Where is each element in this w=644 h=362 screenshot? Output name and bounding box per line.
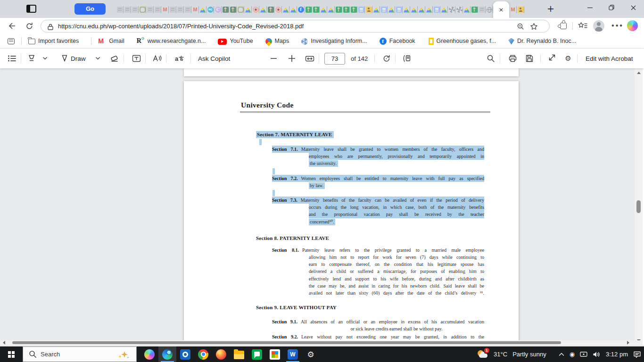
browser-tab[interactable]: [139, 1, 146, 18]
browser-tab[interactable]: [274, 1, 282, 18]
browser-tab[interactable]: [440, 1, 448, 18]
translate-button[interactable]: a: [173, 54, 187, 63]
back-button[interactable]: [7, 21, 16, 31]
favorite-item[interactable]: Greenhouse gases, f...: [428, 38, 496, 45]
clock[interactable]: 3:12 pm: [606, 351, 628, 358]
browser-tab[interactable]: [425, 1, 433, 18]
read-aloud-button[interactable]: [152, 54, 162, 63]
chrome-taskbar-button[interactable]: [194, 346, 212, 362]
browser-tab[interactable]: [372, 1, 380, 18]
browser-tab[interactable]: [342, 1, 350, 18]
explorer-taskbar-button[interactable]: [230, 346, 248, 362]
volume-icon[interactable]: [593, 351, 601, 358]
refresh-button[interactable]: [25, 21, 34, 31]
favorites-hub-button[interactable]: [578, 21, 587, 31]
browser-tab[interactable]: [161, 1, 169, 18]
edge-taskbar-button[interactable]: [158, 346, 176, 362]
browser-tab[interactable]: [206, 1, 214, 18]
browser-tab[interactable]: [154, 1, 161, 18]
browser-tab[interactable]: [176, 1, 184, 18]
favorite-item[interactable]: Dr. Reynaldo B. Inoc...: [508, 38, 576, 45]
browser-tab[interactable]: [327, 1, 335, 18]
settings-more-button[interactable]: •••: [611, 22, 623, 30]
browser-tab[interactable]: [410, 1, 418, 18]
zoom-out-button[interactable]: [269, 54, 279, 63]
browser-tab[interactable]: [124, 1, 131, 18]
browser-tab[interactable]: [350, 1, 357, 18]
browser-tab[interactable]: [478, 1, 486, 18]
browser-tab[interactable]: [244, 1, 252, 18]
browser-tab[interactable]: [305, 1, 312, 18]
draw-button[interactable]: [59, 54, 70, 63]
weather-temp[interactable]: 31°C: [494, 351, 507, 358]
browser-tab[interactable]: [395, 1, 403, 18]
browser-tab[interactable]: [517, 1, 524, 18]
browser-tab[interactable]: [191, 1, 199, 18]
print-button[interactable]: [507, 54, 518, 63]
browser-tab[interactable]: [312, 1, 320, 18]
window-minimize-button[interactable]: [579, 0, 601, 15]
office-taskbar-button[interactable]: [266, 346, 284, 362]
firefox-taskbar-button[interactable]: [212, 346, 230, 362]
browser-tab[interactable]: [486, 1, 493, 18]
horizontal-scrollbar[interactable]: [0, 340, 635, 345]
tray-chevron-up-icon[interactable]: [559, 352, 564, 356]
favorite-item[interactable]: Import favorites: [28, 38, 79, 44]
favorite-this-page-button[interactable]: [530, 23, 538, 33]
taskbar-search-box[interactable]: Search: [23, 346, 137, 362]
highlight-menu-chevron[interactable]: [40, 54, 50, 63]
browser-tab[interactable]: [471, 1, 478, 18]
horizontal-scroll-thumb[interactable]: [12, 341, 561, 344]
browser-tab[interactable]: [357, 1, 365, 18]
page-number-input[interactable]: [324, 53, 345, 65]
cast-display-icon[interactable]: [580, 351, 587, 357]
erase-button[interactable]: [109, 54, 120, 63]
new-tab-button[interactable]: +: [545, 3, 556, 15]
browser-tab[interactable]: [237, 1, 244, 18]
draw-menu-chevron[interactable]: [92, 54, 103, 63]
browser-tab[interactable]: [463, 1, 471, 18]
browser-tab[interactable]: [252, 1, 259, 18]
rotate-button[interactable]: [381, 54, 391, 63]
weather-condition[interactable]: Partly sunny: [512, 351, 546, 358]
vertical-scrollbar[interactable]: [635, 68, 643, 345]
pdf-page[interactable]: University Code Section 7. MATERNITY LEA…: [184, 81, 519, 340]
window-restore-button[interactable]: [601, 0, 622, 15]
address-bar[interactable]: https://cnu.edu.ph/wp-content/uploads/20…: [41, 20, 550, 33]
draw-label[interactable]: Draw: [71, 49, 86, 68]
browser-tab[interactable]: [380, 1, 388, 18]
profile-avatar[interactable]: [593, 20, 604, 32]
edit-with-acrobat-button[interactable]: Edit with Acrobat: [586, 49, 633, 68]
scroll-right-arrow[interactable]: [627, 340, 629, 345]
copilot-taskbar-button[interactable]: [140, 346, 158, 362]
pdf-settings-button[interactable]: ⚙: [563, 54, 573, 63]
close-tab-icon[interactable]: ×: [499, 7, 504, 13]
browser-tab[interactable]: [146, 1, 154, 18]
active-tab[interactable]: ×: [493, 1, 509, 18]
sidebar-pane-icon[interactable]: [8, 38, 15, 44]
pdf-viewer[interactable]: University Code Section 7. MATERNITY LEA…: [0, 68, 635, 340]
gear-taskbar-button[interactable]: ⚙: [302, 346, 320, 362]
browser-tab[interactable]: [509, 1, 517, 18]
word-taskbar-button[interactable]: [284, 346, 302, 362]
outlook-taskbar-button[interactable]: [176, 346, 194, 362]
browser-tab[interactable]: [267, 1, 274, 18]
browser-tab[interactable]: [131, 1, 139, 18]
browser-tab[interactable]: [259, 1, 267, 18]
favorite-item[interactable]: Facebook: [380, 38, 415, 45]
browser-tab[interactable]: [282, 1, 289, 18]
zoom-indicator-button[interactable]: [517, 23, 525, 33]
browser-tab[interactable]: [388, 1, 395, 18]
browser-tab[interactable]: [199, 1, 206, 18]
scroll-left-arrow[interactable]: [3, 340, 5, 345]
favorite-item[interactable]: Investigating Inform...: [301, 38, 367, 45]
browser-tab[interactable]: [297, 1, 305, 18]
browser-tab[interactable]: [365, 1, 372, 18]
browser-tab[interactable]: [169, 1, 176, 18]
favorite-item[interactable]: Gmail: [98, 37, 124, 45]
highlight-button[interactable]: [26, 54, 37, 63]
save-button[interactable]: [524, 54, 535, 63]
browser-tab[interactable]: [403, 1, 410, 18]
extensions-button[interactable]: [560, 23, 567, 29]
chat-taskbar-button[interactable]: [248, 346, 266, 362]
